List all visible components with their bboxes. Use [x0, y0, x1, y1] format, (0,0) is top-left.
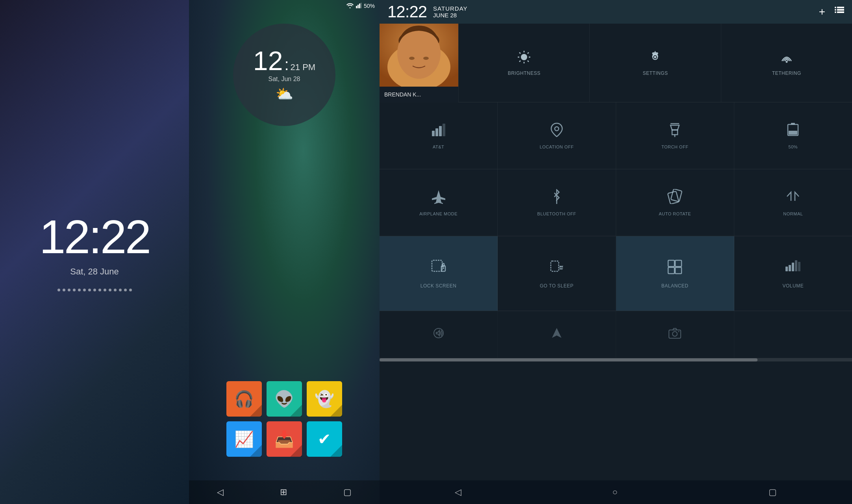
- svg-rect-51: [668, 267, 674, 274]
- notif-nav-bar: ◁ ○ ▢: [380, 480, 852, 504]
- profile-tile[interactable]: BRENDAN K...: [380, 24, 458, 102]
- scroll-indicator[interactable]: [380, 358, 852, 361]
- lock-dot-1: [57, 289, 60, 291]
- volume-tile[interactable]: VOLUME: [734, 236, 852, 311]
- add-icon[interactable]: +: [819, 6, 825, 18]
- svg-rect-45: [551, 261, 559, 271]
- svg-rect-55: [792, 263, 794, 271]
- home-screen-panel: 50% 12 : 21 PM Sat, Jun 28 ⛅ 🎧 👽 👻 📈 📥 ✔…: [189, 0, 380, 504]
- volume-icon: [785, 259, 801, 279]
- location-off-icon: [550, 122, 564, 141]
- battery-percent: 50%: [364, 3, 375, 9]
- lock-dot-11: [109, 289, 111, 291]
- lock-dot-13: [119, 289, 122, 291]
- brightness-tile[interactable]: BRIGHTNESS: [458, 24, 589, 102]
- svg-rect-57: [798, 262, 800, 271]
- svg-line-21: [528, 61, 529, 62]
- notif-tiles-container: BRENDAN K...: [380, 24, 852, 480]
- svg-text:zz: zz: [559, 265, 563, 269]
- tethering-tile[interactable]: TETHERING: [721, 24, 852, 102]
- notification-panel: 12:22 SATURDAY JUNE 28 +: [380, 0, 852, 504]
- svg-point-61: [672, 332, 677, 336]
- app-checklist[interactable]: ✔: [307, 421, 342, 457]
- svg-point-62: [678, 331, 680, 332]
- svg-point-44: [443, 267, 444, 269]
- settings-icon: [648, 50, 662, 67]
- battery-tile[interactable]: 50%: [734, 102, 852, 169]
- notif-row3: AIRPLANE MODE BLUETOOTH OFF: [380, 169, 852, 236]
- app-finance[interactable]: 📈: [226, 421, 262, 457]
- svg-rect-5: [837, 7, 844, 8]
- go-to-sleep-tile[interactable]: zz GO TO SLEEP: [498, 236, 616, 311]
- location-off-tile[interactable]: LOCATION OFF: [498, 102, 616, 169]
- app-snapchat[interactable]: 👻: [307, 381, 342, 417]
- lock-dot-14: [124, 289, 127, 291]
- torch-off-icon: [669, 122, 681, 141]
- auto-rotate-tile[interactable]: AUTO ROTATE: [616, 169, 734, 236]
- svg-rect-31: [443, 124, 445, 136]
- back-button[interactable]: ◁: [217, 487, 224, 497]
- notif-recents-button[interactable]: ▢: [759, 484, 786, 500]
- lock-screen-label: LOCK SCREEN: [420, 283, 457, 289]
- airplane-mode-tile[interactable]: AIRPLANE MODE: [380, 169, 498, 236]
- airplane-mode-label: AIRPLANE MODE: [419, 211, 457, 216]
- navigation-icon: [550, 327, 563, 342]
- lock-dot-4: [73, 289, 76, 291]
- app-podcast[interactable]: 🎧: [226, 381, 262, 417]
- notification-header: 12:22 SATURDAY JUNE 28 +: [380, 0, 852, 24]
- lock-screen-date: Sat, 28 June: [70, 267, 119, 277]
- notif-day: SATURDAY: [433, 5, 467, 12]
- widget-weather: ⛅: [276, 86, 293, 102]
- airplane-mode-icon: [431, 189, 446, 208]
- svg-rect-2: [359, 4, 360, 8]
- svg-line-23: [519, 61, 520, 62]
- balanced-icon: [667, 259, 683, 279]
- svg-rect-0: [356, 6, 357, 8]
- icon3-tile[interactable]: [616, 311, 734, 358]
- lock-screen-tile[interactable]: LOCK SCREEN: [380, 236, 498, 311]
- lock-screen-panel: 12:22 Sat, 28 June: [0, 0, 189, 504]
- bluetooth-off-tile[interactable]: BLUETOOTH OFF: [498, 169, 616, 236]
- profile-image: [380, 24, 458, 87]
- att-tile[interactable]: AT&T: [380, 102, 498, 169]
- home-nav-bar: ◁ ⊞ ▢: [189, 480, 380, 504]
- lock-dot-2: [63, 289, 65, 291]
- svg-rect-54: [789, 265, 791, 271]
- auto-rotate-icon: [667, 189, 682, 208]
- notif-row4: LOCK SCREEN zz GO TO SLEEP: [380, 236, 852, 311]
- svg-point-15: [521, 54, 527, 60]
- widget-hour: 12: [253, 47, 283, 74]
- icon2-tile[interactable]: [498, 311, 616, 358]
- go-to-sleep-icon: zz: [548, 259, 565, 279]
- svg-marker-59: [552, 328, 561, 338]
- notif-row1: BRENDAN K...: [380, 24, 852, 102]
- torch-off-tile[interactable]: TORCH OFF: [616, 102, 734, 169]
- svg-rect-9: [837, 11, 844, 13]
- balanced-tile[interactable]: BALANCED: [616, 236, 734, 311]
- lock-screen-time: 12:22: [39, 213, 150, 260]
- svg-rect-39: [668, 191, 679, 204]
- svg-point-8: [835, 11, 836, 13]
- lock-dot-8: [93, 289, 96, 291]
- lock-dot-7: [88, 289, 91, 291]
- svg-rect-36: [791, 123, 795, 124]
- menu-icon[interactable]: [835, 6, 844, 18]
- normal-tile[interactable]: NORMAL: [734, 169, 852, 236]
- lock-dot-6: [83, 289, 86, 291]
- camera-icon: [669, 327, 681, 342]
- settings-tile[interactable]: SETTINGS: [589, 24, 720, 102]
- home-button[interactable]: ⊞: [280, 487, 287, 497]
- notif-back-button[interactable]: ◁: [445, 484, 471, 500]
- lock-dot-15: [129, 289, 132, 291]
- battery-icon: [787, 122, 799, 141]
- go-to-sleep-label: GO TO SLEEP: [540, 283, 574, 289]
- recents-button[interactable]: ▢: [343, 487, 352, 497]
- status-icons: 50%: [346, 3, 375, 9]
- app-pocket[interactable]: 📥: [267, 421, 302, 457]
- quick-tiles: BRIGHTNESS SETTINGS: [458, 24, 852, 102]
- svg-rect-52: [675, 267, 682, 274]
- widget-ampm: 21 PM: [291, 63, 316, 72]
- app-reddit[interactable]: 👽: [267, 381, 302, 417]
- icon1-tile[interactable]: [380, 311, 498, 358]
- notif-home-button[interactable]: ○: [603, 484, 627, 500]
